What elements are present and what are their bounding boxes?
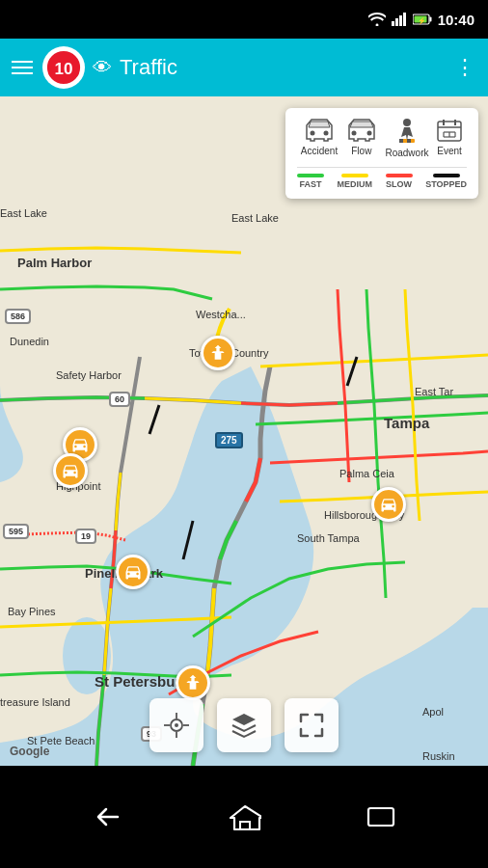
- svg-rect-19: [399, 139, 403, 143]
- speed-fast: FAST: [297, 174, 324, 189]
- legend-accident[interactable]: Accident: [301, 118, 338, 159]
- battery-icon: ⚡: [413, 14, 432, 25]
- incident-marker-roadwork-2[interactable]: [176, 665, 210, 700]
- speed-stopped: STOPPED: [425, 174, 467, 189]
- status-bar: ⚡ 10:40: [0, 0, 488, 39]
- app-bar: 10 👁 Traffic ⋮: [0, 39, 488, 96]
- event-icon: [436, 118, 463, 143]
- svg-rect-37: [368, 808, 393, 826]
- signal-icon: [392, 13, 407, 26]
- legend-event[interactable]: Event: [436, 118, 463, 159]
- speed-medium-line: [341, 174, 368, 177]
- svg-rect-20: [407, 139, 411, 143]
- accident-icon: [305, 118, 334, 143]
- roadwork-icon: [394, 118, 420, 145]
- legend-flow[interactable]: Flow: [345, 118, 378, 159]
- status-time: 10:40: [438, 12, 474, 28]
- road-badge-60: 60: [109, 392, 130, 407]
- incident-marker-roadwork-1[interactable]: [201, 336, 235, 370]
- legend-roadwork-label: Roadwork: [385, 148, 428, 159]
- nav-bar: [0, 766, 488, 868]
- speed-slow-label: SLOW: [386, 179, 412, 189]
- crosshair-icon: [162, 711, 191, 740]
- incident-marker-accident-3[interactable]: [371, 487, 406, 522]
- layers-icon: [230, 711, 258, 740]
- svg-point-17: [403, 119, 411, 126]
- svg-rect-2: [399, 15, 402, 26]
- google-logo: Google: [10, 745, 49, 758]
- hamburger-menu[interactable]: [12, 61, 33, 74]
- svg-rect-0: [392, 21, 394, 26]
- legend-panel: Accident Flow Roadwor: [285, 108, 478, 199]
- map-controls: [149, 698, 339, 752]
- road-badge-586: 586: [5, 309, 31, 324]
- speed-slow-line: [386, 174, 413, 177]
- speed-slow: SLOW: [386, 174, 413, 189]
- svg-point-13: [310, 131, 314, 136]
- home-icon: [229, 802, 261, 831]
- incident-marker-accident-2[interactable]: [53, 453, 88, 488]
- legend-divider: [297, 167, 467, 168]
- location-button[interactable]: [149, 698, 203, 752]
- speed-fast-line: [297, 174, 324, 177]
- layers-button[interactable]: [217, 698, 271, 752]
- legend-accident-label: Accident: [301, 146, 338, 157]
- home-button[interactable]: [229, 802, 261, 831]
- wifi-icon: [368, 13, 386, 26]
- more-options-icon[interactable]: ⋮: [454, 55, 476, 80]
- speed-medium-label: MEDIUM: [338, 179, 373, 189]
- legend-speed-row: FAST MEDIUM SLOW STOPPED: [297, 174, 467, 189]
- speed-medium: MEDIUM: [338, 174, 373, 189]
- road-badge-19: 19: [75, 529, 96, 544]
- recents-button[interactable]: [365, 802, 397, 831]
- incident-marker-accident-4[interactable]: [116, 555, 150, 589]
- flow-icon: [345, 118, 378, 143]
- channel-logo: 10: [42, 46, 85, 89]
- legend-icons-row: Accident Flow Roadwor: [297, 118, 467, 159]
- svg-rect-3: [403, 13, 406, 26]
- svg-text:10: 10: [54, 60, 72, 78]
- road-badge-275: 275: [215, 432, 243, 448]
- svg-text:⚡: ⚡: [418, 16, 426, 25]
- recents-icon: [365, 802, 397, 831]
- eye-icon: 👁: [93, 57, 112, 79]
- back-button[interactable]: [91, 802, 125, 831]
- svg-rect-36: [240, 822, 250, 829]
- svg-rect-1: [395, 18, 398, 26]
- svg-point-15: [351, 131, 356, 136]
- road-badge-595: 595: [3, 524, 29, 539]
- fullscreen-button[interactable]: [285, 698, 339, 752]
- legend-roadwork[interactable]: Roadwork: [385, 118, 428, 159]
- fullscreen-icon: [297, 711, 326, 740]
- svg-point-31: [175, 723, 178, 727]
- legend-flow-label: Flow: [351, 146, 371, 157]
- legend-event-label: Event: [437, 146, 462, 157]
- back-icon: [91, 802, 125, 831]
- map-container[interactable]: East Lake East Lake Palm Harbor Dunedin …: [0, 96, 488, 766]
- speed-stopped-label: STOPPED: [425, 179, 467, 189]
- svg-rect-5: [429, 17, 431, 22]
- speed-fast-label: FAST: [299, 179, 321, 189]
- speed-stopped-line: [433, 174, 460, 177]
- svg-point-16: [366, 131, 371, 136]
- svg-rect-21: [438, 122, 461, 141]
- app-title: Traffic: [120, 55, 454, 80]
- svg-point-14: [323, 131, 328, 136]
